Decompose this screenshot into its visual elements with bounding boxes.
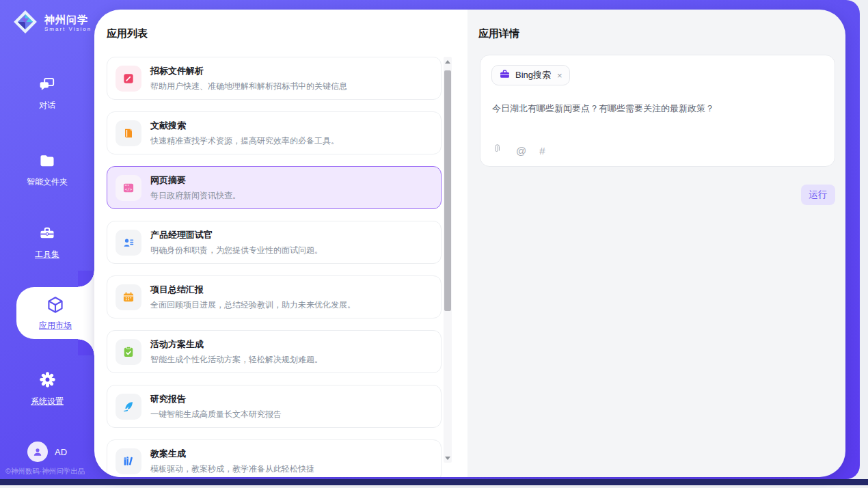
app-title: 产品经理面试官: [150, 229, 323, 241]
interviewer-icon: [116, 230, 141, 256]
app-list-title: 应用列表: [107, 27, 148, 40]
app-logo: 神州问学 Smart Vision: [12, 9, 92, 38]
app-desc: 明确身份和职责，为您提供专业性的面试问题。: [150, 245, 323, 256]
clipboard-check-icon: [116, 339, 141, 365]
folder-icon: [38, 152, 56, 172]
app-desc: 快速精准查找学术资源，提高研究效率的必备工具。: [150, 135, 339, 147]
logo-diamond-icon: [12, 9, 38, 38]
app-title: 活动方案生成: [150, 338, 323, 351]
sidebar-item-label: 工具集: [35, 249, 59, 260]
app-title: 项目总结汇报: [150, 284, 355, 296]
tool-chip-label: Bing搜索: [515, 69, 551, 81]
app-title: 教案生成: [150, 448, 314, 460]
list-item-lesson-plan[interactable]: 教案生成 模板驱动，教案秒成，教学准备从此轻松快捷: [107, 439, 442, 477]
scrollbar-thumb[interactable]: [444, 70, 451, 311]
toolbox-icon: [38, 224, 56, 244]
tab-notch-bottom: [78, 339, 94, 355]
copyright-footer: ©神州数码·神州问学出品: [5, 467, 94, 476]
list-item-event-plan[interactable]: 活动方案生成 智能生成个性化活动方案，轻松解决规划难题。: [107, 330, 442, 373]
prompt-input-card[interactable]: Bing搜索 × 今日湖北有哪些新闻要点？有哪些需要关注的最新政策？ @ #: [480, 55, 835, 167]
app-title: 文献搜索: [150, 120, 339, 132]
webpage-icon: </>: [116, 175, 141, 201]
app-desc: 每日政府新闻资讯快查。: [150, 190, 241, 202]
app-desc: 一键智能生成高质量长文本研究报告: [150, 409, 282, 420]
scroll-down-icon[interactable]: [444, 454, 452, 462]
app-window: 神州问学 Smart Vision 对话 智能文件夹: [0, 0, 860, 479]
app-title: 研究报告: [150, 393, 282, 405]
app-detail-title: 应用详情: [478, 27, 519, 40]
content-area: 应用列表 招标文件解析 帮助用户快速、准确地理解和解析招标书中的关键信息: [94, 10, 845, 477]
books-icon: [116, 448, 141, 474]
paperclip-icon[interactable]: [492, 144, 503, 157]
logo-title: 神州问学: [44, 14, 92, 26]
prompt-input[interactable]: 今日湖北有哪些新闻要点？有哪些需要关注的最新政策？: [492, 102, 824, 116]
list-item-web-summary[interactable]: </> 网页摘要 每日政府新闻资讯快查。: [107, 166, 442, 209]
app-desc: 模板驱动，教案秒成，教学准备从此轻松快捷: [150, 463, 314, 475]
tab-notch-top: [78, 271, 94, 287]
sidebar-item-settings[interactable]: 系统设置: [0, 370, 94, 407]
user-name: AD: [55, 447, 67, 457]
calendar-icon: [116, 284, 141, 310]
book-icon: [116, 120, 141, 146]
app-title: 招标文件解析: [150, 65, 347, 77]
sidebar-item-app-market[interactable]: 应用市场: [16, 287, 94, 339]
gear-icon: [38, 370, 57, 391]
tool-chip-bing-search[interactable]: Bing搜索 ×: [491, 65, 570, 85]
list-item-literature-search[interactable]: 文献搜索 快速精准查找学术资源，提高研究效率的必备工具。: [107, 111, 442, 154]
app-desc: 智能生成个性化活动方案，轻松解决规划难题。: [150, 354, 323, 366]
attachment-toolbar: @ #: [492, 144, 545, 157]
taskbar-strip: [0, 479, 868, 485]
sidebar-item-label: 应用市场: [39, 320, 72, 331]
app-list-panel: 应用列表 招标文件解析 帮助用户快速、准确地理解和解析招标书中的关键信息: [94, 10, 467, 477]
sidebar-item-chat[interactable]: 对话: [0, 75, 94, 111]
logo-subtitle: Smart Vision: [44, 26, 92, 32]
sidebar-item-label: 对话: [39, 100, 55, 111]
list-item-pm-interviewer[interactable]: 产品经理面试官 明确身份和职责，为您提供专业性的面试问题。: [107, 221, 442, 264]
sidebar-item-label: 系统设置: [31, 396, 64, 407]
list-item-tender-parse[interactable]: 招标文件解析 帮助用户快速、准确地理解和解析招标书中的关键信息: [107, 57, 442, 100]
hash-icon[interactable]: #: [539, 145, 545, 157]
mention-icon[interactable]: @: [516, 145, 526, 157]
sidebar-item-smart-folder[interactable]: 智能文件夹: [0, 152, 94, 188]
chip-close-icon[interactable]: ×: [557, 70, 562, 81]
sidebar-item-label: 智能文件夹: [27, 176, 68, 188]
avatar: [27, 442, 48, 462]
app-list: 招标文件解析 帮助用户快速、准确地理解和解析招标书中的关键信息 文献搜索: [107, 57, 442, 477]
list-item-research-report[interactable]: 研究报告 一键智能生成高质量长文本研究报告: [107, 385, 442, 428]
app-detail-panel: 应用详情 Bing搜索 × 今日湖北有哪些新闻要点？有哪些需要关注的最新政策？: [467, 10, 845, 477]
document-edit-icon: [116, 66, 141, 92]
chat-icon: [38, 75, 56, 95]
svg-text:</>: </>: [125, 187, 133, 191]
scroll-up-icon[interactable]: [444, 57, 452, 66]
briefcase-icon: [499, 68, 511, 83]
user-account[interactable]: AD: [0, 442, 94, 462]
run-button[interactable]: 运行: [801, 185, 835, 205]
list-item-project-summary[interactable]: 项目总结汇报 全面回顾项目进展，总结经验教训，助力未来优化发展。: [107, 275, 442, 318]
sidebar-item-toolset[interactable]: 工具集: [0, 224, 94, 260]
list-scrollbar[interactable]: [444, 57, 452, 463]
quill-icon: [116, 394, 141, 420]
app-desc: 全面回顾项目进展，总结经验教训，助力未来优化发展。: [150, 299, 355, 311]
cube-icon: [46, 295, 65, 316]
app-title: 网页摘要: [150, 174, 241, 187]
app-desc: 帮助用户快速、准确地理解和解析招标书中的关键信息: [150, 81, 347, 92]
